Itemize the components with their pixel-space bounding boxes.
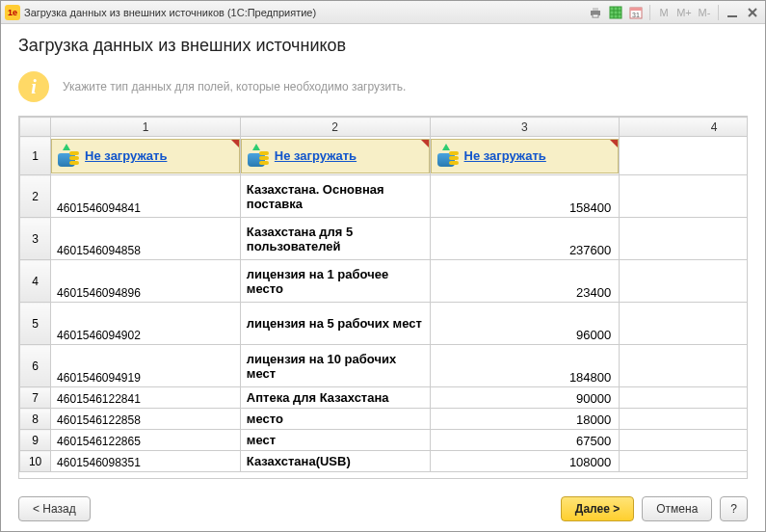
print-icon[interactable] — [587, 4, 604, 21]
cell-desc[interactable]: Аптека для Казахстана — [240, 387, 430, 409]
cell-empty[interactable] — [620, 345, 747, 387]
cell-desc[interactable]: Казахстана для 5 пользователей — [240, 218, 430, 260]
cell-empty[interactable] — [620, 451, 747, 472]
table-row[interactable]: 74601546122841Аптека для Казахстана90000 — [20, 387, 748, 409]
table-row[interactable]: 44601546094896лицензия на 1 рабочее мест… — [20, 260, 748, 303]
memory-m-button[interactable]: M — [655, 4, 673, 21]
cell-code[interactable]: 4601546098351 — [51, 451, 241, 472]
table-row[interactable]: 1Не загружатьНе загружатьНе загружать — [20, 137, 748, 175]
cell-empty[interactable] — [620, 260, 747, 303]
cell-amount[interactable]: 184800 — [430, 345, 620, 387]
cell-code[interactable]: 4601546122865 — [51, 430, 241, 451]
cancel-button[interactable]: Отмена — [642, 496, 712, 521]
cell-empty[interactable] — [620, 387, 747, 409]
mapping-link[interactable]: Не загружать — [85, 148, 167, 163]
mapping-link[interactable]: Не загружать — [464, 148, 546, 163]
grid-icon[interactable] — [607, 4, 624, 21]
cell-desc[interactable]: лицензия на 10 рабочих мест — [240, 345, 430, 387]
minimize-icon[interactable] — [724, 4, 741, 21]
col-header[interactable]: 2 — [240, 118, 430, 137]
cell-code[interactable]: 4601546122858 — [51, 409, 241, 430]
cell-code[interactable]: 4601546122841 — [51, 387, 241, 409]
row-number: 4 — [20, 260, 51, 303]
mapping-header-cell[interactable]: Не загружать — [240, 137, 430, 175]
table-scroll[interactable]: 1 2 3 4 1Не загружатьНе загружатьНе загр… — [19, 117, 747, 478]
mapping-link[interactable]: Не загружать — [275, 148, 357, 163]
back-button[interactable]: < Назад — [18, 496, 91, 521]
memory-mplus-button[interactable]: M+ — [675, 4, 693, 21]
cell-amount[interactable]: 158400 — [430, 175, 620, 218]
window-title: Загрузка данных из внешних источников (1… — [24, 7, 587, 18]
cell-code[interactable]: 4601546094919 — [51, 345, 241, 387]
mapping-header-cell[interactable]: Не загружать — [430, 137, 620, 175]
row-number: 10 — [20, 451, 51, 472]
cell-desc[interactable]: лицензия на 5 рабочих мест — [240, 303, 430, 345]
table-row[interactable]: 54601546094902лицензия на 5 рабочих мест… — [20, 303, 748, 345]
info-icon: i — [18, 71, 49, 102]
table-row[interactable]: 84601546122858место18000 — [20, 409, 748, 430]
database-icon — [248, 146, 269, 167]
database-icon — [58, 146, 79, 167]
svg-rect-3 — [610, 7, 621, 18]
content-area: Загрузка данных из внешних источников i … — [1, 24, 765, 489]
row-number: 6 — [20, 345, 51, 387]
corner-cell — [20, 118, 51, 137]
cell-empty[interactable] — [620, 175, 747, 218]
svg-rect-11 — [727, 15, 737, 17]
svg-rect-9 — [630, 8, 642, 11]
mapping-header-cell[interactable]: Не загружать — [51, 137, 241, 175]
svg-text:31: 31 — [632, 12, 640, 18]
separator — [718, 5, 719, 20]
footer: < Назад Далее > Отмена ? — [1, 489, 765, 531]
next-button[interactable]: Далее > — [561, 496, 634, 521]
table-row[interactable]: 104601546098351Казахстана(USB)108000 — [20, 451, 748, 472]
cell-empty[interactable] — [620, 218, 747, 260]
cell-desc[interactable]: Казахстана. Основная поставка — [240, 175, 430, 218]
cell-amount[interactable]: 90000 — [430, 387, 620, 409]
cell-amount[interactable]: 108000 — [430, 451, 620, 472]
row-number: 8 — [20, 409, 51, 430]
column-header-row: 1 2 3 4 — [20, 118, 748, 137]
app-logo-icon: 1e — [5, 5, 20, 20]
page-title: Загрузка данных из внешних источников — [18, 36, 748, 56]
cell-amount[interactable]: 96000 — [430, 303, 620, 345]
close-icon[interactable] — [744, 4, 761, 21]
cell-empty[interactable] — [620, 303, 747, 345]
titlebar: 1e Загрузка данных из внешних источников… — [1, 1, 765, 24]
col-header[interactable]: 1 — [51, 118, 241, 137]
svg-rect-1 — [593, 8, 598, 11]
cell-empty[interactable] — [620, 409, 747, 430]
cell-amount[interactable]: 237600 — [430, 218, 620, 260]
cell-code[interactable]: 4601546094841 — [51, 175, 241, 218]
cell-desc[interactable]: место — [240, 409, 430, 430]
svg-rect-2 — [593, 14, 598, 17]
calendar-icon[interactable]: 31 — [627, 4, 645, 21]
cell-desc[interactable]: лицензия на 1 рабочее место — [240, 260, 430, 303]
cell-amount[interactable]: 18000 — [430, 409, 620, 430]
cell-amount[interactable]: 23400 — [430, 260, 620, 303]
cell-empty — [620, 137, 747, 175]
separator — [649, 5, 650, 20]
help-button[interactable]: ? — [720, 496, 748, 521]
cell-desc[interactable]: Казахстана(USB) — [240, 451, 430, 472]
row-number: 9 — [20, 430, 51, 451]
row-number: 7 — [20, 387, 51, 409]
col-header[interactable]: 4 — [620, 118, 747, 137]
cell-code[interactable]: 4601546094896 — [51, 260, 241, 303]
database-icon — [437, 146, 459, 167]
cell-amount[interactable]: 67500 — [430, 430, 620, 451]
table-row[interactable]: 34601546094858Казахстана для 5 пользоват… — [20, 218, 748, 260]
cell-code[interactable]: 4601546094858 — [51, 218, 241, 260]
table-container: 1 2 3 4 1Не загружатьНе загружатьНе загр… — [18, 116, 748, 479]
row-number: 1 — [20, 137, 51, 175]
table-row[interactable]: 24601546094841Казахстана. Основная поста… — [20, 175, 748, 218]
titlebar-tools: 31 M M+ M- — [587, 4, 761, 21]
table-row[interactable]: 64601546094919лицензия на 10 рабочих мес… — [20, 345, 748, 387]
data-table: 1 2 3 4 1Не загружатьНе загружатьНе загр… — [19, 117, 747, 472]
cell-desc[interactable]: мест — [240, 430, 430, 451]
table-row[interactable]: 94601546122865мест67500 — [20, 430, 748, 451]
col-header[interactable]: 3 — [430, 118, 620, 137]
cell-code[interactable]: 4601546094902 — [51, 303, 241, 345]
memory-mminus-button[interactable]: M- — [696, 4, 713, 21]
cell-empty[interactable] — [620, 430, 747, 451]
